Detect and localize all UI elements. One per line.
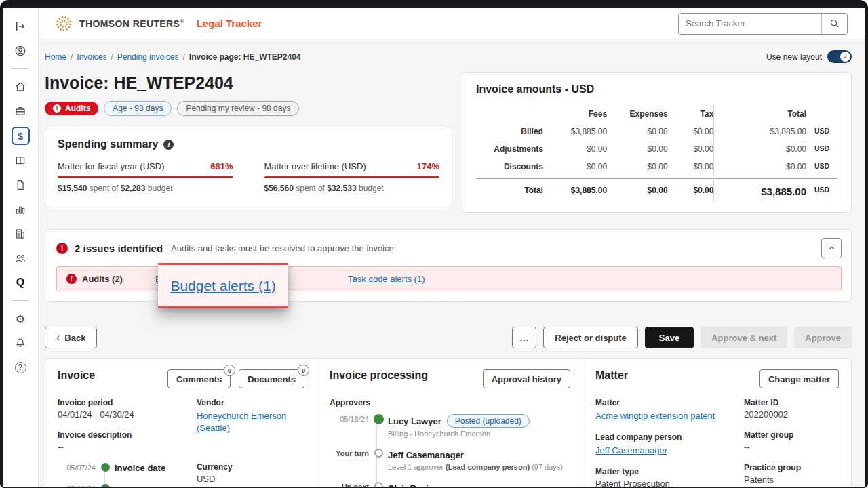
brand-logo[interactable]: THOMSON REUTERS® Legal Tracker xyxy=(55,15,262,33)
age-badge: Age - 98 days xyxy=(104,101,172,116)
approve-button[interactable]: Approve xyxy=(794,327,852,348)
cell-fees: $3,885.00 xyxy=(543,123,607,140)
col-header-fees: Fees xyxy=(543,105,607,123)
posted-status-pill[interactable]: Posted (uploaded) xyxy=(447,414,530,428)
approvers-timeline: 05/16/24 Lucy Lawyer Posted (uploaded) B… xyxy=(330,414,570,487)
matter-link[interactable]: Acme wingtip extension patent xyxy=(595,411,715,421)
total-expenses: $0.00 xyxy=(607,178,667,201)
cell-expenses: $0.00 xyxy=(607,158,667,176)
vendor-label: Vendor xyxy=(197,398,304,407)
col-header-total: Total xyxy=(713,105,806,123)
cell-currency: USD xyxy=(806,140,837,158)
top-bar: THOMSON REUTERS® Legal Tracker xyxy=(39,8,865,39)
cell-expenses: $0.00 xyxy=(607,140,667,158)
reference-book-icon[interactable] xyxy=(12,152,29,169)
action-button-row: ‹ Back ... Reject or dispute Save Approv… xyxy=(45,327,852,348)
expand-sidebar-icon[interactable] xyxy=(12,18,29,35)
timeline-dot-pending xyxy=(374,482,383,487)
pending-review-badge: Pending my review - 98 days xyxy=(177,101,299,116)
detail-panel: Invoice Comments 0 Documents 0 xyxy=(45,358,852,487)
invoices-icon-selected[interactable]: $ xyxy=(12,127,30,145)
vendor-link[interactable]: Honeychurch Emerson (Seattle) xyxy=(197,411,286,433)
cell-tax: $0.00 xyxy=(668,158,714,176)
comments-count-badge: 0 xyxy=(224,365,235,376)
invoice-description-label: Invoice description xyxy=(58,430,187,440)
home-icon[interactable] xyxy=(12,78,29,96)
directory-building-icon[interactable] xyxy=(12,225,29,243)
alert-exclamation-icon: ! xyxy=(56,243,68,254)
cell-currency: USD xyxy=(806,158,837,176)
back-button[interactable]: ‹ Back xyxy=(45,327,97,348)
matter-type-value: Patent Prosecution xyxy=(595,479,733,487)
documents-button[interactable]: Documents 0 xyxy=(239,369,304,388)
chevron-up-icon xyxy=(827,244,836,253)
invoice-amounts-card: Invoice amounts - USD Fees Expenses Tax … xyxy=(462,72,852,213)
brand-product: Legal Tracker xyxy=(197,18,262,29)
change-matter-button[interactable]: Change matter xyxy=(760,369,839,388)
grand-total: $3,885.00 xyxy=(713,178,806,201)
cell-total: $3,885.00 xyxy=(713,123,806,140)
total-tax: $0.00 xyxy=(668,178,714,201)
alert-exclamation-icon: ! xyxy=(66,274,77,284)
contacts-people-icon[interactable] xyxy=(12,249,29,267)
search-input[interactable] xyxy=(679,14,821,34)
reject-or-dispute-button[interactable]: Reject or dispute xyxy=(543,327,637,348)
budget-alerts-magnifier-overlay: Budget alerts (1) xyxy=(158,263,288,308)
meter-percent: 174% xyxy=(417,161,439,171)
meter-label: Matter for fiscal year (USD) xyxy=(58,161,164,171)
use-new-layout-toggle[interactable]: ✓ xyxy=(827,50,852,63)
lead-company-person-label: Lead company person xyxy=(595,432,733,442)
lifetime-meter: Matter over lifetime (USD) 174% $56,560 … xyxy=(264,161,440,193)
search-button[interactable] xyxy=(821,14,847,34)
row-label: Billed xyxy=(476,123,543,140)
matter-id-label: Matter ID xyxy=(744,398,839,407)
task-code-alerts-link[interactable]: Task code alerts (1) xyxy=(348,274,425,284)
comments-button[interactable]: Comments 0 xyxy=(167,369,231,388)
cell-currency: USD xyxy=(806,123,837,140)
audits-badge[interactable]: ! Audits xyxy=(45,102,98,115)
total-currency: USD xyxy=(806,178,837,201)
collapse-issues-button[interactable] xyxy=(821,238,842,258)
approver-sub: Level 1 approver (Lead company person) (… xyxy=(388,463,570,471)
cell-expenses: $0.00 xyxy=(607,123,667,140)
save-button[interactable]: Save xyxy=(645,327,694,348)
left-sidebar: $ Q ⚙ ? xyxy=(3,8,39,487)
col-header-expenses: Expenses xyxy=(607,105,667,123)
spending-summary-title: Spending summary xyxy=(58,138,158,150)
breadcrumb: Home / Invoices / Pending invoices / Inv… xyxy=(45,50,852,63)
invoice-period-label: Invoice period xyxy=(58,398,187,407)
timeline-step-label: Posted xyxy=(115,485,144,487)
breadcrumb-invoices[interactable]: Invoices xyxy=(77,52,106,62)
settings-gear-icon[interactable]: ⚙ xyxy=(12,310,29,327)
notifications-bell-icon[interactable] xyxy=(12,334,29,352)
thomson-reuters-sunburst-icon xyxy=(55,15,73,33)
page-title: Invoice: HE_WTEP2404 xyxy=(45,73,452,93)
breadcrumb-home[interactable]: Home xyxy=(45,52,66,62)
account-icon[interactable] xyxy=(12,42,29,60)
approval-history-button[interactable]: Approval history xyxy=(483,369,570,388)
meter-label: Matter over lifetime (USD) xyxy=(264,161,366,171)
budget-alerts-link-magnified[interactable]: Budget alerts (1) xyxy=(170,278,275,294)
help-icon[interactable]: ? xyxy=(12,359,29,376)
chevron-left-icon: ‹ xyxy=(56,331,60,344)
approver-name: Jeff Casemanager xyxy=(388,450,464,460)
lead-company-person-link[interactable]: Jeff Casemanager xyxy=(595,445,667,455)
toggle-check-icon: ✓ xyxy=(840,52,850,62)
quick-launch-icon[interactable]: Q xyxy=(12,274,29,291)
documents-icon[interactable] xyxy=(12,176,29,194)
practice-group-label: Practice group xyxy=(744,463,839,472)
window-frame: $ Q ⚙ ? xyxy=(0,0,868,488)
cell-tax: $0.00 xyxy=(668,123,714,140)
reports-chart-icon[interactable] xyxy=(12,201,29,218)
info-icon[interactable]: i xyxy=(163,140,174,150)
cell-fees: $0.00 xyxy=(543,158,607,176)
approve-and-next-button[interactable]: Approve & next xyxy=(701,327,787,348)
timeline-dot-done xyxy=(374,414,384,424)
total-fees: $3,885.00 xyxy=(543,178,607,201)
timeline-dot-done xyxy=(101,463,110,472)
invoice-section-title: Invoice xyxy=(58,369,95,382)
matter-group-label: Matter group xyxy=(744,430,839,440)
breadcrumb-pending-invoices[interactable]: Pending invoices xyxy=(117,52,179,62)
matters-briefcase-icon[interactable] xyxy=(12,102,29,120)
more-actions-button[interactable]: ... xyxy=(512,327,536,348)
